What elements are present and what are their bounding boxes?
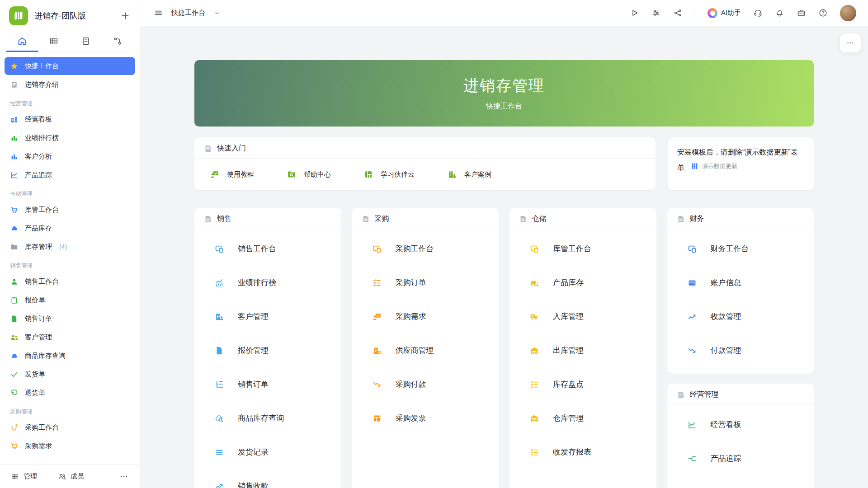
ai-assistant-button[interactable]: AI助手 [708,8,741,18]
folder-search-icon [287,169,297,179]
panel-item[interactable]: 客户分析 [667,475,814,488]
sidebar-tab-doc-tab[interactable] [70,32,102,52]
workspace-button[interactable] [797,8,806,18]
panel-item[interactable]: 客户管理 [194,300,341,333]
sidebar-item[interactable]: 经营看板 [5,110,135,128]
demo-data-link[interactable]: 演示数据更新 [691,159,737,173]
quickstart-link[interactable]: 学习伙伴云 [363,169,415,179]
table-icon [372,413,382,423]
sidebar-item[interactable]: 报价单 [5,291,135,309]
panel-item[interactable]: 产品库存 [509,266,656,300]
panel-item[interactable]: 报价管理 [194,333,341,367]
quickstart-link[interactable]: 帮助中心 [287,169,331,179]
panel-item[interactable]: 发货记录 [194,435,341,469]
building-person-icon [447,169,457,179]
panel-item[interactable]: 库存盘点 [509,367,656,401]
members-button[interactable]: 成员 [58,472,84,481]
panel-item[interactable]: 库管工作台 [509,232,656,266]
truck-plus-icon [529,312,539,322]
panel-item[interactable]: 销售订单 [194,367,341,401]
panel-item[interactable]: 商品库存查询 [194,401,341,435]
panel-item[interactable]: 账户信息 [667,266,814,300]
panel-item[interactable]: 业绩排行榜 [194,266,341,300]
app-title: 进销存-团队版 [34,10,113,21]
panel-item[interactable]: 销售收款 [194,469,341,488]
quickstart-link-label: 学习伙伴云 [381,170,415,179]
panel-item[interactable]: 采购工作台 [352,232,499,266]
panel-column: 财务财务工作台账户信息收款管理付款管理经营管理经营看板产品追踪客户分析 [667,208,814,488]
panel-销售: 销售销售工作台业绩排行榜客户管理报价管理销售订单商品库存查询发货记录销售收款 [194,208,341,488]
add-app-button[interactable] [120,10,131,21]
quickstart-link[interactable]: 使用教程 [210,169,254,179]
sidebar-item[interactable]: 库存管理(4) [5,238,135,256]
panel-item[interactable]: 采购发票 [352,401,499,435]
sidebar-item[interactable]: 销售工作台 [5,272,135,291]
sidebar-item[interactable]: 产品库存 [5,219,135,237]
sidebar-item[interactable]: 发货单 [5,365,135,383]
notice-card: 安装模板后，请删除“演示数据更新”表单演示数据更新 [668,137,814,190]
share-button[interactable] [673,8,683,18]
content-more-button[interactable] [840,33,861,52]
sidebar-item[interactable]: 采购工作台 [5,418,135,436]
panel-item[interactable]: 采购订单 [352,266,499,300]
sidebar-item[interactable]: 客户分析 [5,147,135,165]
sidebar-more-button[interactable] [119,472,129,482]
panel-item[interactable]: 采购需求 [352,300,499,333]
panel-item[interactable]: 财务工作台 [667,232,814,266]
home-icon [17,36,27,46]
sidebar-item[interactable]: 业绩排行榜 [5,129,135,147]
panel-item[interactable]: 收发存报表 [509,435,656,469]
quickstart-link[interactable]: 客户案例 [447,169,491,179]
panel-title: 财务 [690,214,704,224]
panel-items: 库管工作台产品库存入库管理出库管理库存盘点仓库管理收发存报表 [509,229,656,475]
sidebar-item[interactable]: 退货单 [5,384,135,402]
panel-item[interactable]: 采购付款 [352,367,499,401]
sidebar-tabs [0,32,140,52]
sidebar-tab-flow[interactable] [102,32,133,52]
panel-item[interactable]: 付款管理 [667,333,814,367]
panel-item[interactable]: 销售工作台 [194,232,341,266]
sidebar-item[interactable]: 产品追踪 [5,166,135,184]
filter-settings-button[interactable] [651,8,661,18]
panel-item[interactable]: 经营看板 [667,408,814,441]
undo-icon [10,389,19,397]
panel-items: 财务工作台账户信息收款管理付款管理 [667,229,814,374]
sidebar-item[interactable]: 库管工作台 [5,201,135,219]
page-menu[interactable]: 快捷工作台 [154,8,221,18]
bars-icon [10,134,19,142]
sidebar-item[interactable]: 客户管理 [5,328,135,346]
sidebar-nav-list: 快捷工作台进销存介绍经营管理经营看板业绩排行榜客户分析产品追踪仓储管理库管工作台… [0,52,140,465]
content-area: 进销存管理 快捷工作台 快速入门 使用教程帮助中心学习伙伴云客户案例 安装模板后… [140,26,868,488]
topbar-divider [695,9,695,18]
manage-button[interactable]: 管理 [11,472,37,481]
flow-icon [113,36,123,46]
panel-item-label: 入库管理 [553,311,584,322]
sidebar-item[interactable]: 快捷工作台 [5,57,135,75]
sidebar-item[interactable]: 进销存介绍 [5,75,135,94]
panel-item[interactable]: 供应商管理 [352,333,499,367]
car-search-icon [529,278,539,288]
notifications-button[interactable] [775,8,784,18]
panel-item[interactable]: 入库管理 [509,300,656,333]
app-logo-icon [9,6,28,25]
hamburger-icon[interactable] [154,8,163,18]
help-button[interactable] [818,8,828,18]
sidebar-tab-grid[interactable] [38,32,70,52]
user-avatar[interactable] [840,5,856,21]
panel-item[interactable]: 出库管理 [509,333,656,367]
page-title[interactable]: 快捷工作台 [171,9,205,17]
panel-item-label: 经营看板 [711,419,741,430]
panel-item-label: 产品库存 [553,277,584,288]
chevron-down-icon[interactable] [213,9,221,17]
sidebar-item[interactable]: 销售订单 [5,310,135,328]
sidebar-item[interactable]: 采购需求 [5,437,135,455]
play-button[interactable] [630,8,639,18]
ai-logo-icon [708,8,717,18]
sidebar-item[interactable]: 商品库存查询 [5,347,135,365]
sidebar-tab-home[interactable] [6,32,38,52]
support-headset-button[interactable] [753,8,763,18]
panel-item[interactable]: 收款管理 [667,300,814,333]
panel-item[interactable]: 产品追踪 [667,441,814,475]
panel-item[interactable]: 仓库管理 [509,401,656,435]
cloud-icon [10,224,19,233]
